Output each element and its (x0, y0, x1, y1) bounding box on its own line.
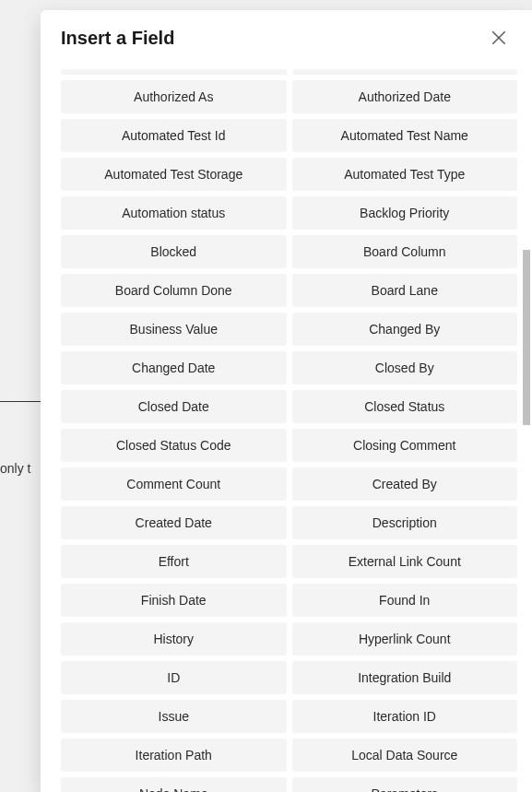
field-item[interactable]: Board Column Done (61, 274, 287, 307)
field-item-label: Automated Test Id (122, 128, 226, 143)
field-item[interactable]: Blocked (61, 235, 287, 268)
field-item[interactable]: Comment Count (61, 467, 287, 501)
field-item-label: Business Value (130, 322, 218, 337)
modal-title: Insert a Field (61, 28, 174, 49)
field-item-label: Backlog Priority (360, 206, 449, 220)
field-item-label: Changed By (369, 322, 440, 337)
field-item[interactable]: Business Value (61, 313, 287, 346)
field-item[interactable]: Closed Date (61, 390, 287, 423)
field-item[interactable]: Node Name (61, 777, 287, 792)
field-item[interactable]: Issue (61, 700, 287, 733)
insert-field-modal: Insert a Field Authorized AsAuthorized D… (41, 10, 532, 792)
field-item-label: Iteration ID (373, 709, 436, 724)
field-item[interactable]: Effort (61, 545, 287, 578)
field-item[interactable]: Closed By (292, 351, 518, 384)
field-item-label: Authorized As (134, 89, 213, 104)
field-item-label: Effort (159, 554, 189, 569)
background-divider (0, 401, 46, 402)
field-item[interactable]: Authorized As (61, 80, 287, 113)
field-item[interactable]: Closed Status (292, 390, 518, 423)
field-item[interactable]: Description (292, 506, 518, 539)
field-item[interactable]: Changed Date (61, 351, 287, 384)
field-item[interactable]: Local Data Source (292, 739, 518, 772)
field-item-label: ID (167, 670, 180, 685)
field-item-label: Closed Status Code (116, 438, 231, 453)
field-item-label: Closed Status (364, 399, 444, 414)
field-item[interactable]: Board Lane (292, 274, 518, 307)
field-item-label: Closing Comment (353, 438, 455, 453)
field-item-label: Board Column (363, 244, 446, 259)
field-item-label: External Link Count (349, 554, 461, 569)
field-item[interactable]: Iteration Path (61, 739, 287, 772)
field-grid: Authorized AsAuthorized DateAutomated Te… (61, 69, 517, 792)
field-item-label: Automated Test Name (341, 128, 468, 143)
field-item-label: Integration Build (358, 670, 451, 685)
field-item[interactable]: Integration Build (292, 661, 518, 694)
field-item-label: Node Name (139, 786, 208, 792)
field-item[interactable]: Automated Test Storage (61, 158, 287, 191)
field-item[interactable]: External Link Count (292, 545, 518, 578)
field-item-label: Board Lane (372, 283, 438, 298)
field-item[interactable]: History (61, 622, 287, 656)
field-item-label: Changed Date (132, 361, 215, 375)
field-item[interactable]: ID (61, 661, 287, 694)
field-item-label: Automation status (122, 206, 225, 220)
field-item[interactable]: Automated Test Type (292, 158, 518, 191)
field-item-label: Closed Date (138, 399, 209, 414)
field-item-label: Found In (379, 593, 430, 608)
field-item-label: Description (372, 515, 437, 530)
field-item[interactable]: Created By (292, 467, 518, 501)
field-item[interactable]: Created Date (61, 506, 287, 539)
field-item-label: Automated Test Type (344, 167, 465, 182)
field-item-label: Finish Date (141, 593, 207, 608)
modal-header: Insert a Field (41, 10, 532, 69)
field-item[interactable]: Closed Status Code (61, 429, 287, 462)
field-item-label: History (153, 632, 194, 646)
field-item-partial[interactable] (61, 69, 287, 75)
field-item-label: Issue (159, 709, 189, 724)
field-item[interactable]: Changed By (292, 313, 518, 346)
close-button[interactable] (486, 25, 512, 51)
field-item[interactable]: Backlog Priority (292, 196, 518, 230)
field-item-label: Automated Test Storage (104, 167, 242, 182)
field-item[interactable]: Automated Test Id (61, 119, 287, 152)
scrollbar-thumb[interactable] (523, 250, 530, 425)
field-item[interactable]: Parameters (292, 777, 518, 792)
field-item[interactable]: Hyperlink Count (292, 622, 518, 656)
field-item[interactable]: Authorized Date (292, 80, 518, 113)
field-item-label: Blocked (150, 244, 196, 259)
background-text-fragment: only t (0, 461, 30, 476)
field-item[interactable]: Finish Date (61, 584, 287, 617)
modal-body[interactable]: Authorized AsAuthorized DateAutomated Te… (41, 69, 532, 792)
field-item[interactable]: Iteration ID (292, 700, 518, 733)
field-item-label: Created Date (136, 515, 212, 530)
close-icon (491, 30, 507, 46)
field-item[interactable]: Automation status (61, 196, 287, 230)
field-item-partial[interactable] (292, 69, 518, 75)
field-item-label: Iteration Path (136, 748, 212, 762)
field-item-label: Created By (372, 477, 437, 491)
field-item[interactable]: Board Column (292, 235, 518, 268)
field-item-label: Board Column Done (115, 283, 232, 298)
field-item-label: Local Data Source (351, 748, 457, 762)
field-item[interactable]: Closing Comment (292, 429, 518, 462)
field-item[interactable]: Automated Test Name (292, 119, 518, 152)
field-item[interactable]: Found In (292, 584, 518, 617)
field-item-label: Parameters (372, 786, 438, 792)
field-item-label: Closed By (375, 361, 434, 375)
field-item-label: Hyperlink Count (359, 632, 451, 646)
field-item-label: Authorized Date (359, 89, 451, 104)
field-item-label: Comment Count (126, 477, 220, 491)
